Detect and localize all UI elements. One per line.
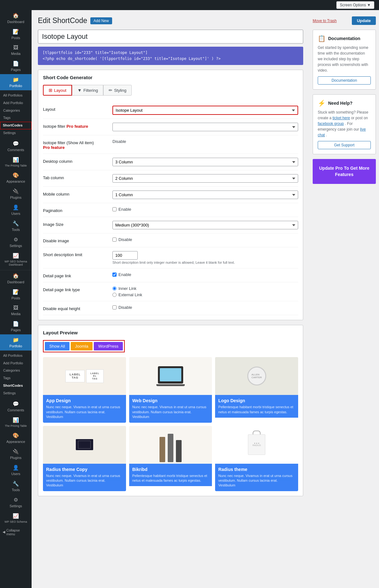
sidebar-sub-add-portfolio-2[interactable]: Add Portfolio [0, 360, 32, 367]
add-new-button[interactable]: Add New [90, 17, 112, 24]
sidebar-item-appearance-2[interactable]: 🎨 Appearance [0, 430, 32, 446]
sidebar-sub-all-portfolios[interactable]: All Portfolios [0, 92, 32, 99]
sidebar-sub-categories[interactable]: Categories [0, 107, 32, 115]
sidebar-item-posts[interactable]: 📝 Posts [0, 26, 32, 42]
disable-image-label: Disable image [43, 237, 106, 243]
sidebar-sub-tags-2[interactable]: Tags [0, 374, 32, 382]
sidebar-item-portfolio-2[interactable]: 📁 Portfolio [0, 334, 32, 350]
seo-icon-2: 📈 [13, 513, 19, 519]
desktop-col-select[interactable]: 1 Column 2 Column 3 Column 4 Column [112, 158, 298, 166]
get-support-button[interactable]: Get Support [318, 141, 371, 149]
sidebar-item-dashboard-2[interactable]: 🏠 Dashboard [0, 270, 32, 286]
sidebar-item-appearance[interactable]: 🎨 Appearance [0, 170, 32, 186]
update-pro-button[interactable]: Update Pro To Get More Features [313, 159, 376, 184]
filter-show-all-button[interactable]: Show All [45, 342, 69, 350]
sidebar-item-plugins[interactable]: 🔌 Plugins [0, 186, 32, 202]
sidebar-item-users[interactable]: 👤 Users [0, 202, 32, 218]
app-design-image: LABELTAG LABELELTAG [43, 357, 126, 395]
pagination-label: Pagination [43, 207, 106, 213]
sidebar-sub-settings[interactable]: Settings [0, 129, 32, 137]
main-content: Edit ShortCode Add New [tlpportfolio id=… [32, 10, 310, 588]
disable-equal-checkbox[interactable] [112, 305, 117, 309]
help-icon: ⚡ [318, 99, 326, 107]
sidebar-item-pricing-table[interactable]: 📊 The Pricing Table [0, 154, 32, 170]
filter-wordpress-button[interactable]: WordPress [94, 342, 123, 350]
users-icon: 👤 [13, 204, 19, 210]
doc-icon: 📋 [318, 35, 326, 42]
layout-select[interactable]: Isotope Layout Grid Layout Masonry Layou… [112, 106, 298, 115]
radius-copy-image [43, 426, 126, 464]
mobile-col-select[interactable]: 1 Column 2 Column [112, 191, 298, 199]
sidebar-item-tools[interactable]: 🔧 Tools [0, 218, 32, 234]
sidebar-item-dashboard[interactable]: 🏠 Dashboard [0, 10, 32, 26]
image-size-select[interactable]: Thumbnail Medium (300*300) Large Full [112, 221, 298, 229]
sidebar-item-media-2[interactable]: 🖼 Media [0, 303, 32, 318]
radio-inner-link[interactable] [112, 286, 117, 291]
sidebar-item-seo[interactable]: 📈 WP SEO Schema Dashboard [0, 250, 32, 269]
facebook-link[interactable]: facebook group [318, 121, 344, 126]
tab-layout[interactable]: ⊞ Layout [43, 85, 72, 96]
dashboard-icon-2: 🏠 [13, 273, 19, 279]
tab-filtering[interactable]: ▼ Filtering [72, 85, 103, 96]
isotope-filter-select[interactable] [112, 123, 298, 131]
update-button[interactable]: Update [352, 16, 376, 25]
tab-col-select[interactable]: 1 Column 2 Column 3 Column [112, 174, 298, 183]
sidebar-item-posts-2[interactable]: 📝 Posts [0, 286, 32, 303]
sidebar-item-comments-2[interactable]: 💬 Comments [0, 398, 32, 415]
isotope-filter-label: Isotope filter Pro feature [43, 123, 106, 129]
sidebar-item-plugins-2[interactable]: 🔌 Plugins [0, 446, 32, 462]
sidebar-item-portfolio[interactable]: 📁 Portfolio [0, 74, 32, 90]
sidebar-item-comments[interactable]: 💬 Comments [0, 138, 32, 154]
action-bar: Move to Trash Update [313, 16, 376, 25]
media-icon: 🖼 [13, 45, 18, 50]
radio-external-link[interactable] [112, 293, 117, 297]
web-design-title: Web Design [132, 398, 209, 403]
move-to-trash-link[interactable]: Move to Trash [313, 19, 337, 23]
ticket-link[interactable]: ticket here [333, 116, 350, 120]
layout-preview: Layout Preview Show All Joomla WordPress… [38, 325, 303, 496]
sidebar-item-users-2[interactable]: 👤 Users [0, 462, 32, 478]
sidebar-item-pricing-2[interactable]: 📊 The Pricing Table [0, 415, 32, 430]
web-design-desc: Nunc nec neque. Vivamus in erat ut urna … [132, 405, 209, 419]
sidebar-item-seo-2[interactable]: 📈 WP SEO Schema [0, 510, 32, 526]
disable-image-checkbox-label: Disable [118, 237, 132, 242]
sidebar-sub-add-portfolio[interactable]: Add Portfolio [0, 99, 32, 107]
help-title: ⚡ Need Help? [318, 99, 371, 107]
sidebar-sub-all-portfolios-2[interactable]: All Portfolios [0, 352, 32, 360]
live-chat-link[interactable]: live chat [318, 127, 366, 137]
filter-button-group: Show All Joomla WordPress [43, 340, 125, 352]
sidebar-item-settings-2[interactable]: ⚙ Settings [0, 494, 32, 510]
post-title-input[interactable] [38, 30, 303, 44]
short-desc-hint: Short description limit only integer num… [112, 261, 298, 264]
tab-styling[interactable]: ✏ Styling [103, 85, 132, 96]
sidebar-item-tools-2[interactable]: 🔧 Tools [0, 478, 32, 494]
bikribd-title: Bikribd [132, 467, 209, 472]
screen-options-button[interactable]: Screen Options ▼ [336, 1, 374, 9]
bikribd-image [129, 426, 212, 464]
documentation-button[interactable]: Documentation [318, 76, 371, 85]
sidebar-sub-shortcodes[interactable]: ShortCodes [0, 122, 32, 129]
sidebar-sub-settings-2[interactable]: Settings [0, 390, 32, 397]
collapse-menu[interactable]: ◀ Collapse menu [0, 526, 32, 538]
pricing-icon-2: 📊 [13, 417, 19, 423]
field-pagination: Pagination Enable [43, 203, 298, 217]
tab-col-label: Tab column [43, 174, 106, 180]
sidebar-sub-categories-2[interactable]: Categories [0, 367, 32, 374]
filter-joomla-button[interactable]: Joomla [71, 342, 93, 350]
pagination-checkbox[interactable] [112, 207, 117, 211]
external-link-label: External Link [118, 292, 142, 297]
detail-link-checkbox[interactable] [112, 273, 117, 277]
isotope-show-all-label: Isotope filter (Show All item) Pro featu… [43, 139, 106, 150]
sidebar-item-pages[interactable]: 📄 Pages [0, 58, 32, 74]
sidebar-item-media[interactable]: 🖼 Media [0, 42, 32, 58]
sidebar-sub-shortcodes-2[interactable]: ShortCodes [0, 382, 32, 390]
disable-image-checkbox[interactable] [112, 238, 117, 242]
field-tab-col: Tab column 1 Column 2 Column 3 Column [43, 170, 298, 187]
portfolio-grid: LABELTAG LABELELTAG App Design Nunc nec … [43, 357, 298, 491]
sidebar-item-pages-2[interactable]: 📄 Pages [0, 318, 32, 334]
sidebar-sub-tags[interactable]: Tags [0, 114, 32, 122]
sidebar-item-settings[interactable]: ⚙ Settings [0, 234, 32, 250]
short-desc-input[interactable] [112, 251, 138, 260]
field-disable-equal: Disable equal height Disable [43, 301, 298, 315]
layout-preview-heading: Layout Preview [43, 330, 298, 335]
